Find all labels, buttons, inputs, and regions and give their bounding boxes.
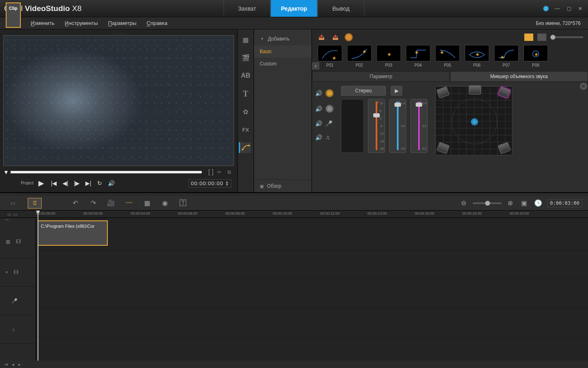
text-tab-icon[interactable]: T [240, 88, 252, 99]
preset-p05[interactable]: ★P05 [434, 45, 461, 67]
folder-custom[interactable]: Custom [254, 58, 312, 70]
voice-track-header[interactable]: 🎤 [0, 287, 36, 315]
speaker-rear-right-icon[interactable] [498, 142, 511, 154]
scroll-right-icon[interactable]: ▸ [18, 362, 21, 367]
preset-p04[interactable]: ★P04 [404, 45, 432, 67]
multi-trim-icon[interactable]: ▦ [142, 198, 152, 208]
graphic-tab-icon[interactable]: ✿ [240, 106, 252, 117]
instant-tab-icon[interactable]: 🎬 [240, 52, 252, 63]
speaker-icon[interactable]: 🔊 [315, 120, 322, 127]
project-mode-label[interactable]: Project [6, 181, 33, 186]
add-track-icon[interactable]: ⇥ [4, 362, 8, 367]
gain-fader[interactable]: 12 1260-6-12-18-36 [368, 99, 385, 153]
speaker-icon[interactable]: 🔊 [315, 134, 322, 141]
thumb-view-icon[interactable] [524, 34, 533, 41]
clock-icon[interactable]: 🕓 [533, 198, 543, 208]
video-clip[interactable]: C:\Program Files (x86)\Cor [38, 220, 108, 246]
preset-p08[interactable]: ★P08 [522, 45, 550, 67]
surround-field[interactable] [435, 86, 512, 155]
seek-bar[interactable] [11, 171, 202, 173]
mode-capture[interactable]: Захват [224, 0, 271, 17]
preset-p01[interactable]: ★P01 [316, 45, 344, 67]
end-button[interactable]: ▶| [83, 178, 93, 188]
track-motion-icon[interactable]: ◉ [160, 198, 170, 208]
panel-tab-parameter[interactable]: Параметр [312, 71, 450, 82]
scroll-left-icon[interactable]: ◂ [12, 362, 14, 367]
expand-toggle[interactable]: +/− [0, 218, 36, 225]
list-view-icon[interactable] [537, 34, 546, 41]
clock-icon[interactable] [345, 33, 353, 41]
record-icon[interactable]: 🎥 [106, 198, 116, 208]
mark-out-icon[interactable]: ] [211, 168, 214, 176]
repeat-button[interactable]: ↻ [95, 178, 105, 188]
export-icon[interactable]: 📤 [331, 33, 340, 42]
maximize-icon[interactable]: ▢ [565, 5, 572, 12]
speaker-front-right-icon[interactable] [498, 86, 511, 99]
folder-basic[interactable]: Basic [254, 45, 312, 58]
ruler-filmstrip-icon[interactable]: ▭ [13, 212, 17, 217]
thumb-zoom-slider[interactable] [550, 36, 583, 38]
stereo-button[interactable]: Стерео [341, 86, 386, 96]
fit-icon[interactable]: ▣ [519, 198, 529, 208]
prev-frame-button[interactable]: ◀| [60, 178, 70, 188]
listener-icon[interactable] [471, 118, 478, 126]
next-frame-button[interactable]: |▶ [72, 178, 82, 188]
timeline-zoom-slider[interactable] [473, 202, 501, 204]
center-fader[interactable]: 1.0 1.00.50.0 [389, 99, 406, 153]
overlay-track-header[interactable]: ▾🎞 [0, 258, 36, 287]
zoom-out-icon[interactable]: ⊖ [459, 198, 469, 208]
title-tab-icon[interactable]: AB [240, 70, 252, 81]
track-area[interactable]: C:\Program Files (x86)\Cor [36, 218, 588, 361]
music-track-header[interactable]: ♫ [0, 315, 36, 344]
sub-fader[interactable]: 1.0 1.00.50.0 [410, 99, 428, 153]
fx-tab-icon[interactable]: FX [240, 124, 252, 135]
redo-icon[interactable]: ↷ [88, 198, 98, 208]
home-button[interactable]: |◀ [49, 178, 59, 188]
close-icon[interactable]: ✕ [577, 5, 584, 12]
preset-p06[interactable]: ★P06 [463, 45, 491, 67]
preset-p02[interactable]: ★P02 [345, 45, 373, 67]
playhead[interactable] [38, 211, 38, 361]
mode-edit[interactable]: Редактор [271, 0, 318, 17]
timeline-ruler[interactable]: ▭ ▭ 00:00:00:0000:00:02:0000:00:04:0000:… [0, 211, 588, 218]
menu-settings[interactable]: Параметры [108, 20, 136, 26]
menu-help[interactable]: Справка [147, 20, 167, 26]
add-folder-button[interactable]: ＋Добавить [254, 32, 312, 45]
audio-mix-icon[interactable]: 〰 [124, 198, 134, 208]
speaker-icon[interactable]: 🔊 [315, 105, 322, 112]
close-panel-icon[interactable]: ✕ [580, 83, 587, 90]
path-tab-icon[interactable] [239, 142, 251, 153]
grip-icon[interactable]: :::::::::: [0, 193, 588, 196]
globe-icon[interactable] [542, 5, 550, 12]
eye-icon[interactable]: ▦ [6, 239, 10, 245]
timecode-display[interactable]: 00:00:00:00 ▲▼ [189, 179, 232, 188]
subtitle-icon[interactable]: 🅃 [178, 198, 188, 208]
mode-output[interactable]: Вывод [318, 0, 365, 17]
mixer-play-button[interactable]: ▶ [391, 86, 402, 96]
project-duration[interactable]: 0:00:03:00 [547, 199, 582, 207]
volume-button[interactable]: 🔊 [106, 178, 116, 188]
ruler-storyboard-icon[interactable]: ▭ [7, 212, 11, 217]
preset-p03[interactable]: ★P03 [375, 45, 403, 67]
video-track-icon[interactable] [325, 89, 334, 97]
speaker-front-left-icon[interactable] [437, 86, 450, 99]
speaker-center-icon[interactable] [469, 85, 481, 94]
mark-in-icon[interactable]: [ [207, 168, 211, 176]
panel-tab-surround-mixer[interactable]: Микшер объемного звука [450, 71, 588, 82]
undo-icon[interactable]: ↶ [70, 198, 80, 208]
import-icon[interactable]: 📥 [317, 33, 326, 42]
clip-mode-label[interactable]: Clip [6, 2, 21, 28]
timecode-spinner-icon[interactable]: ▲▼ [225, 180, 229, 186]
timeline-view-icon[interactable]: ☰ [28, 198, 42, 209]
storyboard-view-icon[interactable]: ▭ [6, 198, 20, 209]
media-tab-icon[interactable]: ▦ [240, 34, 252, 45]
chevron-down-icon[interactable]: ▾ [6, 270, 8, 274]
play-button[interactable]: ▶ [35, 178, 47, 188]
preview-frame[interactable] [3, 35, 234, 166]
grip-icon[interactable]: :::::::::: [3, 32, 234, 34]
scissors-icon[interactable]: ✂ [216, 169, 223, 175]
speaker-icon[interactable]: 🔊 [315, 90, 322, 96]
browse-button[interactable]: ▣Обзор [254, 180, 312, 192]
menu-edit[interactable]: Изменить [31, 20, 55, 26]
chevron-left-icon[interactable]: ‹ [312, 62, 319, 70]
